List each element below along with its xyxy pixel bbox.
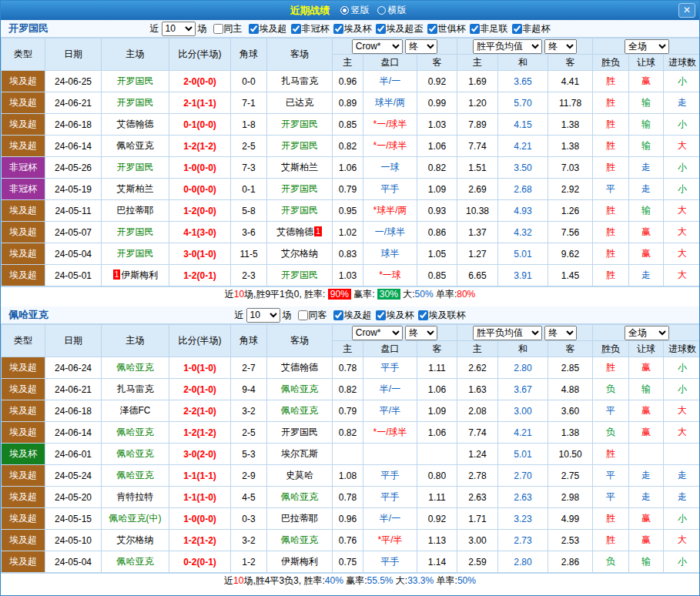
league-type-cell: 埃及超 — [2, 243, 45, 265]
league-filter-checkbox[interactable] — [376, 24, 386, 34]
full-match-select[interactable]: 全场 — [625, 326, 669, 340]
spread-result-cell: 输 — [629, 136, 664, 157]
score-cell[interactable]: 2-2(1-0) — [169, 400, 231, 422]
match-row: 埃及超 24-06-21 开罗国民 2-1(1-1) 7-1 已达克 0.89 … — [2, 92, 700, 114]
home-team-cell: 开罗国民 — [102, 157, 169, 179]
corner-cell: 2-5 — [231, 136, 267, 157]
goals-result-cell: 大 — [664, 136, 700, 157]
avg-away-cell: 9.62 — [548, 243, 593, 265]
avg-away-cell: 1.38 — [548, 114, 593, 136]
league-filter-checkbox[interactable] — [333, 24, 343, 34]
score-cell[interactable]: 2-1(1-1) — [169, 92, 231, 114]
league-filter[interactable]: 埃及杯 — [333, 22, 372, 35]
league-filter[interactable]: 埃及超 — [333, 309, 372, 322]
score-cell[interactable]: 1-0(0-0) — [169, 508, 231, 530]
score-cell[interactable]: 1-2(1-2) — [169, 136, 231, 157]
league-filter-checkbox[interactable] — [376, 310, 386, 320]
league-filter[interactable]: 非足联 — [470, 22, 508, 35]
score-cell[interactable]: 1-0(1-0) — [169, 357, 231, 379]
score-cell[interactable]: 1-2(1-2) — [169, 422, 231, 444]
odds-group-header: Crow* 终 — [333, 39, 457, 55]
home-team-cell: 巴拉蒂耶 — [102, 200, 169, 222]
odds-away-cell: 1.09 — [417, 179, 457, 200]
league-filter-checkbox[interactable] — [427, 24, 437, 34]
league-filter[interactable]: 世俱杯 — [427, 22, 466, 35]
score-cell[interactable]: 4-1(3-0) — [169, 222, 231, 243]
avg-away-cell: 11.78 — [548, 92, 593, 114]
odds-home-cell: 0.83 — [333, 243, 363, 265]
final-avg-select[interactable]: 终 — [544, 326, 577, 340]
layout-horizontal-radio[interactable]: 横版 — [377, 4, 407, 17]
col-avg-away: 客 — [548, 55, 593, 71]
spread-result-cell: 走 — [629, 465, 664, 487]
odds-source-select[interactable]: Crow* — [352, 326, 403, 340]
away-team-name: 佩哈亚克 — [281, 491, 318, 502]
score-cell[interactable]: 1-2(0-0) — [169, 200, 231, 222]
score-cell[interactable]: 2-0(1-0) — [169, 379, 231, 400]
date-cell: 24-05-15 — [45, 508, 102, 530]
score-cell[interactable]: 0-2(0-1) — [169, 551, 231, 573]
avg-odds-select[interactable]: 胜平负均值 — [473, 39, 542, 54]
final-odds-select[interactable]: 终 — [405, 39, 437, 54]
league-filter-label: 埃及超 — [344, 309, 372, 322]
score-cell[interactable]: 1-1(1-1) — [169, 465, 231, 487]
score-cell[interactable]: 2-0(0-0) — [169, 71, 231, 92]
score-cell[interactable]: 1-1(1-0) — [169, 487, 231, 508]
league-filter-list: 埃及超埃及杯埃及联杯 — [330, 309, 466, 322]
close-button[interactable]: ✕ — [678, 3, 695, 18]
league-filter-checkbox[interactable] — [470, 24, 480, 34]
league-filter-checkbox[interactable] — [512, 24, 522, 34]
full-match-select[interactable]: 全场 — [625, 39, 669, 54]
final-avg-select[interactable]: 终 — [544, 39, 577, 54]
league-filter-checkbox[interactable] — [249, 24, 259, 34]
league-filter[interactable]: 非超杯 — [512, 22, 551, 35]
league-filter[interactable]: 埃及杯 — [376, 309, 414, 322]
score-cell[interactable]: 1-2(0-1) — [169, 265, 231, 286]
away-team-name: 开罗国民 — [281, 140, 318, 151]
match-row: 埃及超 24-06-24 佩哈亚克 1-0(1-0) 2-7 艾德翰德 0.78… — [2, 357, 700, 379]
odds-source-select[interactable]: Crow* — [352, 39, 403, 54]
same-venue-checkbox[interactable] — [298, 310, 308, 320]
odds-away-cell: 1.13 — [417, 530, 457, 551]
recent-count-select[interactable]: 10 — [246, 308, 280, 323]
league-filter-checkbox[interactable] — [418, 310, 428, 320]
summary-part: 55.5% — [367, 575, 393, 586]
same-venue-filter[interactable]: 同客 — [298, 309, 327, 322]
avg-draw-cell: 3.65 — [498, 71, 548, 92]
league-filter[interactable]: 埃及超盃 — [376, 22, 424, 35]
layout-vertical-radio[interactable]: 竖版 — [340, 4, 370, 17]
avg-home-cell: 2.08 — [457, 400, 498, 422]
score-cell[interactable]: 3-0(2-0) — [169, 444, 231, 465]
layout-horizontal-label: 横版 — [388, 4, 407, 17]
col-corner: 角球 — [231, 325, 267, 357]
col-odds-home: 主 — [333, 341, 363, 357]
team-section-header: 佩哈亚克 近 10 场 同客 埃及超埃及杯埃及联杯 — [1, 306, 699, 324]
corner-cell: 0-0 — [231, 71, 267, 92]
avg-odds-select[interactable]: 胜平负均值 — [473, 326, 542, 340]
handicap-cell: 半/一 — [363, 379, 417, 400]
match-row: 非冠杯 24-05-26 开罗国民 1-0(0-0) 7-3 艾斯柏兰 1.06… — [2, 157, 700, 179]
score-cell[interactable]: 0-0(0-0) — [169, 179, 231, 200]
score-cell[interactable]: 1-0(0-0) — [169, 157, 231, 179]
league-filter-checkbox[interactable] — [291, 24, 301, 34]
home-team-cell: 艾德翰德 — [102, 114, 169, 136]
league-filter[interactable]: 埃及超 — [249, 22, 287, 35]
score-cell[interactable]: 1-2(1-2) — [169, 530, 231, 551]
league-filter[interactable]: 非冠杯 — [291, 22, 330, 35]
home-team-name: 佩哈亚克 — [117, 362, 154, 373]
spread-result-cell: 赢 — [629, 243, 664, 265]
home-team-name: 佩哈亚克 — [117, 448, 154, 459]
panel-title: 近期战绩 — [290, 4, 330, 18]
odds-away-cell: 1.06 — [417, 422, 457, 444]
score-cell[interactable]: 0-1(0-0) — [169, 114, 231, 136]
league-filter[interactable]: 埃及联杯 — [418, 309, 466, 322]
odds-home-cell: 0.79 — [333, 400, 363, 422]
same-venue-checkbox[interactable] — [213, 24, 223, 34]
score-cell[interactable]: 3-0(1-0) — [169, 243, 231, 265]
final-odds-select[interactable]: 终 — [405, 326, 437, 340]
league-filter-checkbox[interactable] — [333, 310, 343, 320]
same-venue-filter[interactable]: 同主 — [213, 22, 243, 35]
radio-unselected-icon — [377, 6, 386, 15]
recent-count-select[interactable]: 10 — [162, 22, 196, 36]
spread-result-cell: 赢 — [629, 222, 664, 243]
